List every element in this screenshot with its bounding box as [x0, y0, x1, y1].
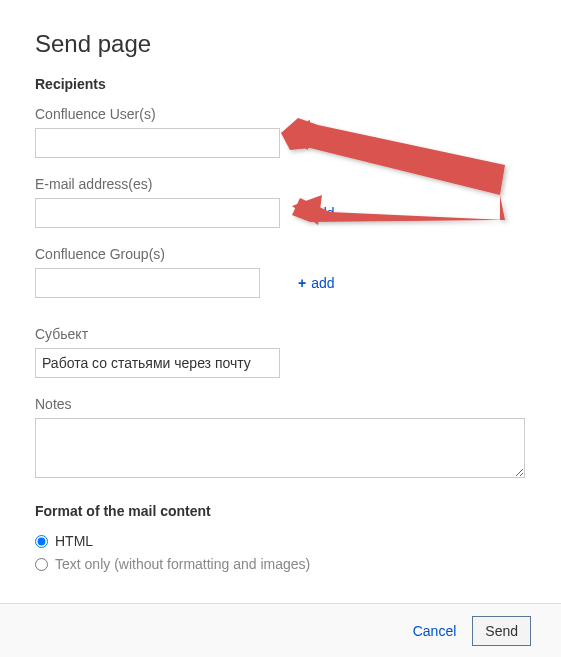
confluence-groups-label: Confluence Group(s)	[35, 246, 526, 262]
add-confluence-group-link[interactable]: + add	[298, 275, 335, 291]
confluence-groups-group: Confluence Group(s) + add	[35, 246, 526, 298]
format-html-radio[interactable]	[35, 535, 48, 548]
dialog-footer: Cancel Send	[0, 603, 561, 657]
email-addresses-label: E-mail address(es)	[35, 176, 526, 192]
format-html-label: HTML	[55, 533, 93, 549]
plus-icon: +	[298, 135, 306, 151]
format-text-label: Text only (without formatting and images…	[55, 556, 310, 572]
format-heading: Format of the mail content	[35, 503, 526, 519]
email-addresses-group: E-mail address(es) + add	[35, 176, 526, 228]
notes-label: Notes	[35, 396, 526, 412]
email-addresses-input[interactable]	[35, 198, 280, 228]
plus-icon: +	[298, 205, 306, 221]
subject-input[interactable]	[35, 348, 280, 378]
add-label: add	[311, 135, 334, 151]
subject-label: Субьект	[35, 326, 526, 342]
confluence-users-input[interactable]	[35, 128, 280, 158]
page-title: Send page	[35, 30, 526, 58]
subject-group: Субьект	[35, 326, 526, 378]
notes-textarea[interactable]	[35, 418, 525, 478]
add-label: add	[311, 275, 334, 291]
confluence-users-label: Confluence User(s)	[35, 106, 526, 122]
add-label: add	[311, 205, 334, 221]
confluence-users-group: Confluence User(s) + add	[35, 106, 526, 158]
format-html-row[interactable]: HTML	[35, 533, 526, 549]
notes-group: Notes	[35, 396, 526, 481]
format-text-row[interactable]: Text only (without formatting and images…	[35, 556, 526, 572]
plus-icon: +	[298, 275, 306, 291]
add-confluence-user-link[interactable]: + add	[298, 135, 335, 151]
format-text-radio[interactable]	[35, 558, 48, 571]
confluence-groups-input[interactable]	[35, 268, 260, 298]
add-email-link[interactable]: + add	[298, 205, 335, 221]
cancel-button[interactable]: Cancel	[413, 623, 457, 639]
send-button[interactable]: Send	[472, 616, 531, 646]
recipients-heading: Recipients	[35, 76, 526, 92]
format-section: Format of the mail content HTML Text onl…	[35, 503, 526, 572]
send-page-form: Send page Recipients Confluence User(s) …	[0, 0, 561, 599]
